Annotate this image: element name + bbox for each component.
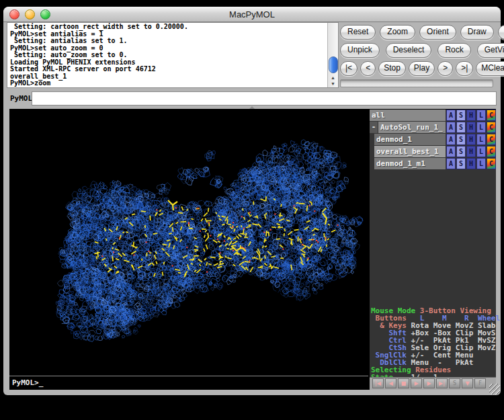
- object-row-overall-best-1[interactable]: overall_best_1ASHLC: [370, 146, 496, 157]
- object-row-indent: [370, 134, 374, 145]
- screen: { "window": { "title": "MacPyMOL" }, "co…: [0, 0, 504, 420]
- macpymol-window: MacPyMOL Setting: cartoon_rect_width set…: [3, 7, 501, 395]
- console-line: Setting: cartoon_rect_width set to 0.200…: [10, 24, 327, 31]
- color-button-object-row-denmod-1-m1[interactable]: C: [487, 158, 496, 169]
- collapse-toggle[interactable]: -: [370, 122, 378, 133]
- object-action-buttons: ASHLC: [446, 146, 496, 157]
- color-button-object-row-denmod-1[interactable]: C: [487, 134, 496, 145]
- vcr-stop-button[interactable]: ■: [398, 378, 409, 388]
- vcr-last-button[interactable]: ▶|: [436, 378, 448, 388]
- object-name-label[interactable]: denmod_1: [374, 134, 446, 145]
- command-input[interactable]: [32, 91, 497, 106]
- object-action-buttons: ASHLC: [446, 110, 496, 121]
- vcr-play-button[interactable]: ▶: [411, 378, 422, 388]
- console-line: Started XML-RPC server on port 46712: [10, 66, 327, 73]
- vcr-s-button[interactable]: S: [449, 378, 460, 388]
- console-line: Setting: auto_zoom set to 0.: [10, 52, 327, 59]
- orient-button[interactable]: Orient: [419, 25, 456, 40]
- object-row-denmod-1[interactable]: denmod_1ASHLC: [370, 134, 496, 145]
- movie-back-button[interactable]: <: [360, 61, 376, 76]
- action-button-object-row-denmod-1-m1[interactable]: A: [446, 158, 456, 169]
- vcr-first-button[interactable]: |◀: [372, 378, 384, 388]
- movie-play-button[interactable]: Play: [409, 61, 435, 76]
- vcr-forward-button[interactable]: ▶: [423, 378, 435, 388]
- controls-row-3: |<<StopPlay>>|MClear: [340, 61, 497, 76]
- ray-button[interactable]: Ray: [498, 25, 504, 40]
- zoom-button[interactable]: Zoom: [380, 25, 415, 40]
- control-button-panel: ResetZoomOrientDrawRay UnpickDeselectRoc…: [340, 25, 497, 87]
- vcr-down-button[interactable]: ▼: [462, 378, 473, 388]
- side-panel: allASHLC-AutoSol_run_1_ASHLCdenmod_1ASHL…: [370, 110, 496, 390]
- hide-button-object-row-autosol-run-1[interactable]: H: [466, 122, 476, 133]
- object-row-all[interactable]: allASHLC: [370, 110, 496, 121]
- scrollbar-thumb[interactable]: [329, 56, 338, 73]
- object-name-label[interactable]: denmod_1_m1: [374, 158, 446, 169]
- action-button-object-row-all[interactable]: A: [446, 110, 456, 121]
- show-button-object-row-denmod-1-m1[interactable]: S: [456, 158, 466, 169]
- window-resize-grip[interactable]: [489, 384, 500, 394]
- object-action-buttons: ASHLC: [446, 134, 496, 145]
- hide-button-object-row-denmod-1-m1[interactable]: H: [466, 158, 476, 169]
- rock-button[interactable]: Rock: [437, 43, 470, 58]
- title-bar[interactable]: MacPyMOL: [3, 7, 501, 22]
- color-button-object-row-all[interactable]: C: [487, 110, 496, 121]
- object-name-label[interactable]: AutoSol_run_1_: [378, 122, 446, 133]
- getview-button[interactable]: GetView: [477, 43, 504, 58]
- movie-first-button[interactable]: |<: [340, 61, 358, 76]
- object-name-label[interactable]: overall_best_1: [374, 146, 446, 157]
- label-button-object-row-all[interactable]: L: [476, 110, 486, 121]
- object-row-denmod-1-m1[interactable]: denmod_1_m1ASHLC: [370, 158, 496, 169]
- show-button-object-row-autosol-run-1[interactable]: S: [456, 122, 466, 133]
- controls-row-2: UnpickDeselectRockGetView: [340, 43, 497, 58]
- scrollbar-arrows[interactable]: ▲▼: [328, 75, 338, 87]
- show-button-object-row-denmod-1[interactable]: S: [456, 134, 466, 145]
- console-line: PyMOL>zoom: [10, 80, 327, 87]
- hide-button-object-row-overall-best-1[interactable]: H: [466, 146, 476, 157]
- object-name-label[interactable]: all: [370, 110, 446, 121]
- movie-last-button[interactable]: >|: [456, 61, 473, 76]
- reset-button[interactable]: Reset: [340, 25, 376, 40]
- window-title: MacPyMOL: [3, 9, 501, 19]
- controls-row-1: ResetZoomOrientDrawRay: [340, 25, 497, 40]
- movie-progress-slider[interactable]: [340, 79, 493, 87]
- hide-button-object-row-all[interactable]: H: [466, 110, 476, 121]
- show-button-object-row-all[interactable]: S: [456, 110, 466, 121]
- movie-forward-button[interactable]: >: [437, 61, 453, 76]
- label-button-object-row-denmod-1[interactable]: L: [476, 134, 486, 145]
- action-button-object-row-overall-best-1[interactable]: A: [446, 146, 456, 157]
- console-scrollbar[interactable]: ▲▼: [327, 23, 338, 87]
- object-list: allASHLC-AutoSol_run_1_ASHLCdenmod_1ASHL…: [370, 110, 496, 169]
- console-output: Setting: cartoon_rect_width set to 0.200…: [7, 22, 339, 88]
- label-button-object-row-denmod-1-m1[interactable]: L: [476, 158, 486, 169]
- label-button-object-row-autosol-run-1[interactable]: L: [476, 122, 486, 133]
- console-line: Setting: antialias set to 1.: [10, 38, 327, 45]
- vcr-f-button[interactable]: F: [474, 378, 486, 388]
- action-button-object-row-denmod-1[interactable]: A: [446, 134, 456, 145]
- label-button-object-row-overall-best-1[interactable]: L: [476, 146, 486, 157]
- color-button-object-row-autosol-run-1[interactable]: C: [487, 122, 496, 133]
- console-line: overall_best_1: [10, 73, 327, 81]
- object-action-buttons: ASHLC: [446, 158, 496, 169]
- viewport-prompt: PyMOL>_: [9, 376, 368, 389]
- draw-button[interactable]: Draw: [460, 25, 494, 40]
- object-row-indent: [370, 158, 374, 169]
- object-row-autosol-run-1[interactable]: -AutoSol_run_1_ASHLC: [370, 122, 496, 133]
- show-button-object-row-overall-best-1[interactable]: S: [456, 146, 466, 157]
- mclear-button[interactable]: MClear: [476, 61, 504, 76]
- color-button-object-row-overall-best-1[interactable]: C: [487, 146, 496, 157]
- mouse-mode-panel: Mouse Mode 3-Button Viewing Buttons L M …: [371, 307, 500, 381]
- object-row-indent: [370, 146, 374, 157]
- deselect-button[interactable]: Deselect: [386, 43, 432, 58]
- vcr-back-button[interactable]: ◀: [385, 378, 396, 388]
- object-action-buttons: ASHLC: [446, 122, 496, 133]
- gl-area: PyMOL>_ allASHLC-AutoSol_run_1_ASHLCdenm…: [9, 109, 496, 390]
- unpick-button[interactable]: Unpick: [340, 43, 380, 58]
- console-log: Setting: cartoon_rect_width set to 0.200…: [7, 24, 327, 87]
- viewport-canvas[interactable]: [9, 109, 368, 376]
- action-button-object-row-autosol-run-1[interactable]: A: [446, 122, 456, 133]
- playback-strip: |◀◀■▶▶▶|S▼F: [370, 377, 496, 390]
- hide-button-object-row-denmod-1[interactable]: H: [466, 134, 476, 145]
- movie-stop-button[interactable]: Stop: [378, 61, 406, 76]
